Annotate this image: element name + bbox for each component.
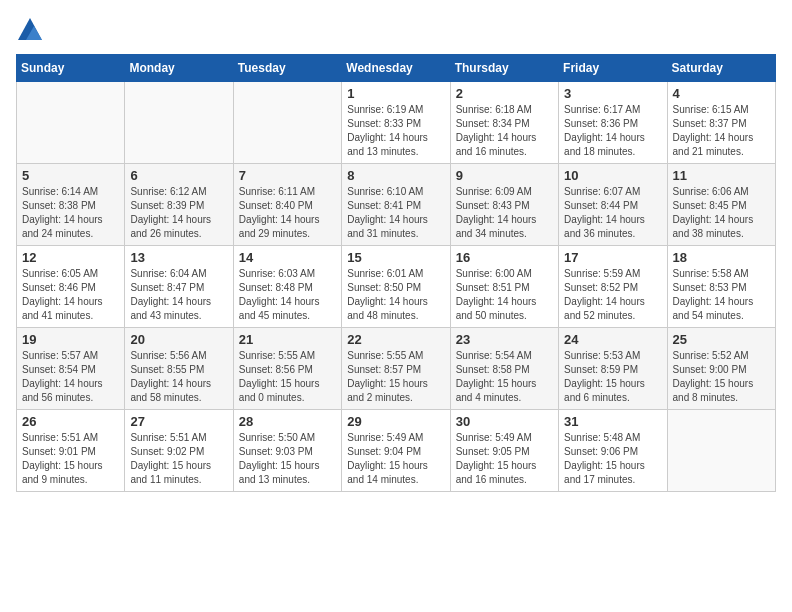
day-number: 10 (564, 168, 661, 183)
day-info: Sunrise: 5:59 AM Sunset: 8:52 PM Dayligh… (564, 267, 661, 323)
day-number: 7 (239, 168, 336, 183)
day-info: Sunrise: 5:57 AM Sunset: 8:54 PM Dayligh… (22, 349, 119, 405)
day-number: 18 (673, 250, 770, 265)
week-row-1: 1Sunrise: 6:19 AM Sunset: 8:33 PM Daylig… (17, 82, 776, 164)
day-number: 31 (564, 414, 661, 429)
day-cell (125, 82, 233, 164)
week-row-3: 12Sunrise: 6:05 AM Sunset: 8:46 PM Dayli… (17, 246, 776, 328)
header-tuesday: Tuesday (233, 55, 341, 82)
day-number: 24 (564, 332, 661, 347)
day-number: 15 (347, 250, 444, 265)
day-number: 2 (456, 86, 553, 101)
day-cell: 31Sunrise: 5:48 AM Sunset: 9:06 PM Dayli… (559, 410, 667, 492)
day-info: Sunrise: 6:01 AM Sunset: 8:50 PM Dayligh… (347, 267, 444, 323)
day-info: Sunrise: 5:49 AM Sunset: 9:05 PM Dayligh… (456, 431, 553, 487)
day-cell: 5Sunrise: 6:14 AM Sunset: 8:38 PM Daylig… (17, 164, 125, 246)
day-cell: 30Sunrise: 5:49 AM Sunset: 9:05 PM Dayli… (450, 410, 558, 492)
day-cell: 25Sunrise: 5:52 AM Sunset: 9:00 PM Dayli… (667, 328, 775, 410)
week-row-2: 5Sunrise: 6:14 AM Sunset: 8:38 PM Daylig… (17, 164, 776, 246)
day-info: Sunrise: 6:19 AM Sunset: 8:33 PM Dayligh… (347, 103, 444, 159)
day-info: Sunrise: 5:56 AM Sunset: 8:55 PM Dayligh… (130, 349, 227, 405)
day-info: Sunrise: 5:50 AM Sunset: 9:03 PM Dayligh… (239, 431, 336, 487)
day-info: Sunrise: 6:03 AM Sunset: 8:48 PM Dayligh… (239, 267, 336, 323)
day-number: 16 (456, 250, 553, 265)
day-cell: 23Sunrise: 5:54 AM Sunset: 8:58 PM Dayli… (450, 328, 558, 410)
calendar-header-row: SundayMondayTuesdayWednesdayThursdayFrid… (17, 55, 776, 82)
day-cell: 29Sunrise: 5:49 AM Sunset: 9:04 PM Dayli… (342, 410, 450, 492)
day-info: Sunrise: 5:48 AM Sunset: 9:06 PM Dayligh… (564, 431, 661, 487)
day-number: 12 (22, 250, 119, 265)
day-cell: 26Sunrise: 5:51 AM Sunset: 9:01 PM Dayli… (17, 410, 125, 492)
day-number: 28 (239, 414, 336, 429)
week-row-4: 19Sunrise: 5:57 AM Sunset: 8:54 PM Dayli… (17, 328, 776, 410)
day-cell: 20Sunrise: 5:56 AM Sunset: 8:55 PM Dayli… (125, 328, 233, 410)
day-cell: 28Sunrise: 5:50 AM Sunset: 9:03 PM Dayli… (233, 410, 341, 492)
header-sunday: Sunday (17, 55, 125, 82)
day-cell: 8Sunrise: 6:10 AM Sunset: 8:41 PM Daylig… (342, 164, 450, 246)
day-cell: 10Sunrise: 6:07 AM Sunset: 8:44 PM Dayli… (559, 164, 667, 246)
day-info: Sunrise: 5:55 AM Sunset: 8:57 PM Dayligh… (347, 349, 444, 405)
day-info: Sunrise: 6:11 AM Sunset: 8:40 PM Dayligh… (239, 185, 336, 241)
day-number: 22 (347, 332, 444, 347)
logo-icon (16, 16, 44, 44)
day-info: Sunrise: 6:04 AM Sunset: 8:47 PM Dayligh… (130, 267, 227, 323)
day-info: Sunrise: 6:15 AM Sunset: 8:37 PM Dayligh… (673, 103, 770, 159)
header-thursday: Thursday (450, 55, 558, 82)
day-cell: 3Sunrise: 6:17 AM Sunset: 8:36 PM Daylig… (559, 82, 667, 164)
day-info: Sunrise: 5:51 AM Sunset: 9:02 PM Dayligh… (130, 431, 227, 487)
day-info: Sunrise: 5:49 AM Sunset: 9:04 PM Dayligh… (347, 431, 444, 487)
day-info: Sunrise: 6:07 AM Sunset: 8:44 PM Dayligh… (564, 185, 661, 241)
day-cell: 14Sunrise: 6:03 AM Sunset: 8:48 PM Dayli… (233, 246, 341, 328)
week-row-5: 26Sunrise: 5:51 AM Sunset: 9:01 PM Dayli… (17, 410, 776, 492)
day-cell: 11Sunrise: 6:06 AM Sunset: 8:45 PM Dayli… (667, 164, 775, 246)
day-number: 11 (673, 168, 770, 183)
day-info: Sunrise: 5:55 AM Sunset: 8:56 PM Dayligh… (239, 349, 336, 405)
day-cell: 4Sunrise: 6:15 AM Sunset: 8:37 PM Daylig… (667, 82, 775, 164)
day-cell: 6Sunrise: 6:12 AM Sunset: 8:39 PM Daylig… (125, 164, 233, 246)
day-number: 9 (456, 168, 553, 183)
day-info: Sunrise: 6:09 AM Sunset: 8:43 PM Dayligh… (456, 185, 553, 241)
day-cell: 16Sunrise: 6:00 AM Sunset: 8:51 PM Dayli… (450, 246, 558, 328)
day-number: 4 (673, 86, 770, 101)
header-friday: Friday (559, 55, 667, 82)
day-info: Sunrise: 5:54 AM Sunset: 8:58 PM Dayligh… (456, 349, 553, 405)
day-cell: 9Sunrise: 6:09 AM Sunset: 8:43 PM Daylig… (450, 164, 558, 246)
day-number: 23 (456, 332, 553, 347)
day-number: 5 (22, 168, 119, 183)
day-info: Sunrise: 6:17 AM Sunset: 8:36 PM Dayligh… (564, 103, 661, 159)
day-info: Sunrise: 5:51 AM Sunset: 9:01 PM Dayligh… (22, 431, 119, 487)
day-number: 14 (239, 250, 336, 265)
calendar-table: SundayMondayTuesdayWednesdayThursdayFrid… (16, 54, 776, 492)
day-cell: 15Sunrise: 6:01 AM Sunset: 8:50 PM Dayli… (342, 246, 450, 328)
day-info: Sunrise: 6:18 AM Sunset: 8:34 PM Dayligh… (456, 103, 553, 159)
day-cell: 27Sunrise: 5:51 AM Sunset: 9:02 PM Dayli… (125, 410, 233, 492)
day-info: Sunrise: 6:14 AM Sunset: 8:38 PM Dayligh… (22, 185, 119, 241)
day-cell (17, 82, 125, 164)
day-number: 27 (130, 414, 227, 429)
day-info: Sunrise: 5:52 AM Sunset: 9:00 PM Dayligh… (673, 349, 770, 405)
day-number: 6 (130, 168, 227, 183)
day-info: Sunrise: 6:10 AM Sunset: 8:41 PM Dayligh… (347, 185, 444, 241)
day-cell: 12Sunrise: 6:05 AM Sunset: 8:46 PM Dayli… (17, 246, 125, 328)
day-number: 19 (22, 332, 119, 347)
day-cell: 7Sunrise: 6:11 AM Sunset: 8:40 PM Daylig… (233, 164, 341, 246)
day-info: Sunrise: 5:53 AM Sunset: 8:59 PM Dayligh… (564, 349, 661, 405)
header-wednesday: Wednesday (342, 55, 450, 82)
day-cell: 21Sunrise: 5:55 AM Sunset: 8:56 PM Dayli… (233, 328, 341, 410)
day-info: Sunrise: 6:12 AM Sunset: 8:39 PM Dayligh… (130, 185, 227, 241)
day-cell: 13Sunrise: 6:04 AM Sunset: 8:47 PM Dayli… (125, 246, 233, 328)
day-number: 13 (130, 250, 227, 265)
day-number: 30 (456, 414, 553, 429)
day-number: 21 (239, 332, 336, 347)
day-number: 3 (564, 86, 661, 101)
day-info: Sunrise: 6:05 AM Sunset: 8:46 PM Dayligh… (22, 267, 119, 323)
logo (16, 16, 48, 44)
day-info: Sunrise: 6:06 AM Sunset: 8:45 PM Dayligh… (673, 185, 770, 241)
day-cell: 22Sunrise: 5:55 AM Sunset: 8:57 PM Dayli… (342, 328, 450, 410)
day-cell: 1Sunrise: 6:19 AM Sunset: 8:33 PM Daylig… (342, 82, 450, 164)
day-info: Sunrise: 6:00 AM Sunset: 8:51 PM Dayligh… (456, 267, 553, 323)
day-cell (233, 82, 341, 164)
day-cell: 17Sunrise: 5:59 AM Sunset: 8:52 PM Dayli… (559, 246, 667, 328)
day-info: Sunrise: 5:58 AM Sunset: 8:53 PM Dayligh… (673, 267, 770, 323)
day-number: 17 (564, 250, 661, 265)
